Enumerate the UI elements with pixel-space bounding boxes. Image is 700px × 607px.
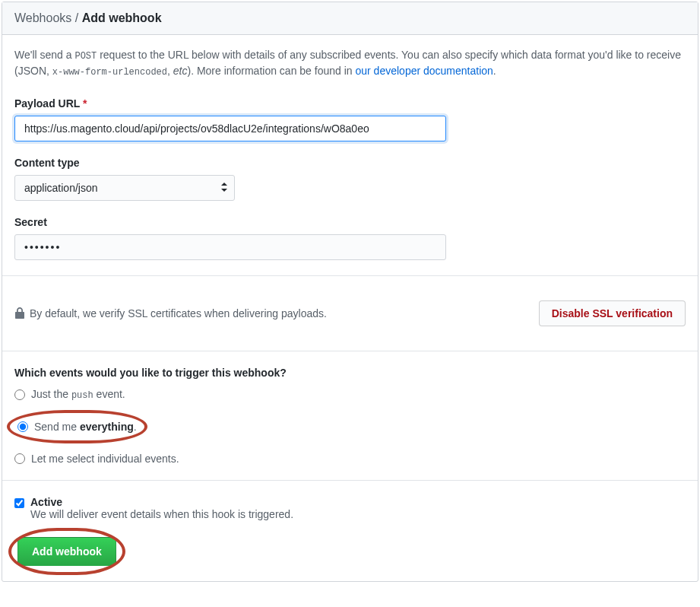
divider (2, 275, 698, 276)
radio-just-push[interactable] (14, 389, 25, 400)
events-question: Which events would you like to trigger t… (14, 367, 686, 379)
content-type-select[interactable]: application/json (14, 175, 235, 201)
active-checkbox[interactable] (14, 498, 24, 508)
webhook-form-panel: Webhooks / Add webhook We'll send a POST… (2, 2, 698, 582)
divider (2, 480, 698, 481)
radio-individual[interactable] (14, 453, 25, 464)
secret-input[interactable] (14, 234, 446, 260)
payload-url-label: Payload URL * (14, 97, 686, 110)
radio-everything-label: Send me everything. (34, 421, 137, 433)
developer-docs-link[interactable]: our developer documentation (356, 65, 493, 77)
active-description: We will deliver event details when this … (30, 508, 293, 520)
payload-url-input[interactable] (14, 116, 446, 141)
lock-icon (14, 307, 25, 319)
radio-just-push-label: Just the push event. (31, 388, 125, 401)
breadcrumb-current: Add webhook (82, 11, 162, 24)
intro-text: We'll send a POST request to the URL bel… (14, 47, 686, 79)
active-label: Active (30, 496, 293, 508)
secret-label: Secret (14, 216, 686, 228)
radio-individual-label: Let me select individual events. (31, 453, 179, 465)
breadcrumb-parent[interactable]: Webhooks (14, 11, 71, 24)
radio-everything[interactable] (17, 421, 28, 432)
add-webhook-button[interactable]: Add webhook (17, 537, 116, 566)
ssl-verify-text: By default, we verify SSL certificates w… (30, 307, 327, 319)
content-type-label: Content type (14, 157, 686, 169)
breadcrumb: Webhooks / Add webhook (2, 2, 698, 35)
divider (2, 351, 698, 351)
disable-ssl-button[interactable]: Disable SSL verification (539, 300, 686, 326)
